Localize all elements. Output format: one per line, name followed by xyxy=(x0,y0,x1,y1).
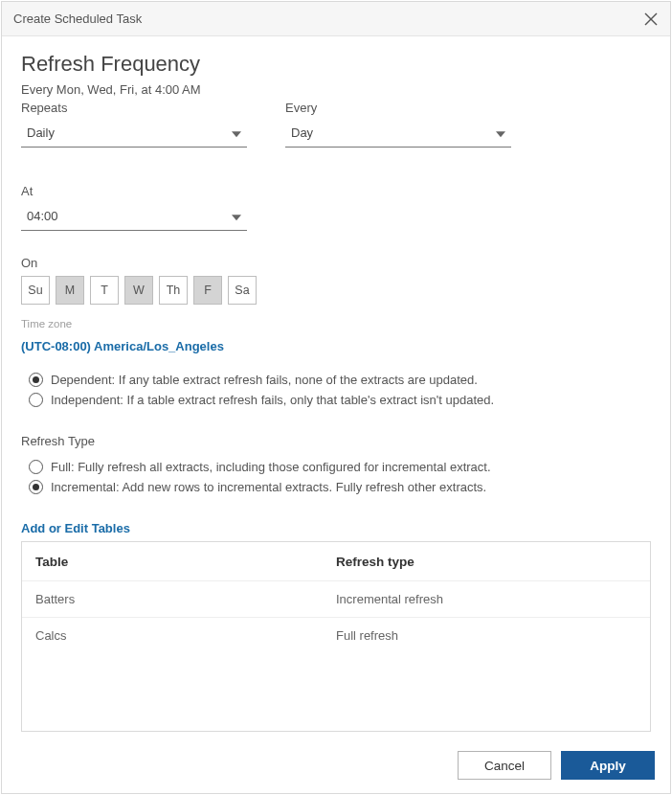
titlebar: Create Scheduled Task xyxy=(2,2,670,36)
refresh-type-radio-group: Full: Fully refresh all extracts, includ… xyxy=(29,454,651,500)
radio-icon xyxy=(29,460,43,474)
tables-grid: Table Refresh type Batters Incremental r… xyxy=(21,541,651,732)
day-sa[interactable]: Sa xyxy=(228,276,257,305)
every-value: Day xyxy=(291,125,313,140)
dependency-dependent-label: Dependent: If any table extract refresh … xyxy=(51,373,478,387)
at-label: At xyxy=(21,184,247,198)
timezone-label: Time zone xyxy=(21,318,651,329)
repeats-select[interactable]: Daily xyxy=(21,119,247,148)
cancel-button[interactable]: Cancel xyxy=(458,751,551,780)
repeats-field: Repeats Daily xyxy=(21,101,247,148)
cell-table-name: Batters xyxy=(35,592,336,606)
refresh-type-incremental-option[interactable]: Incremental: Add new rows to incremental… xyxy=(29,480,651,494)
add-or-edit-tables-link[interactable]: Add or Edit Tables xyxy=(21,521,651,535)
close-icon xyxy=(644,12,658,26)
every-select[interactable]: Day xyxy=(285,119,511,148)
cell-refresh-type: Full refresh xyxy=(336,628,637,643)
heading-refresh-frequency: Refresh Frequency xyxy=(21,52,651,77)
at-value: 04:00 xyxy=(27,209,58,223)
refresh-type-heading: Refresh Type xyxy=(21,434,651,448)
create-scheduled-task-dialog: Create Scheduled Task Refresh Frequency … xyxy=(1,1,671,794)
dialog-content: Refresh Frequency Every Mon, Wed, Fri, a… xyxy=(2,36,670,738)
tables-header-row: Table Refresh type xyxy=(22,542,650,580)
refresh-type-incremental-label: Incremental: Add new rows to incremental… xyxy=(51,480,486,494)
table-row[interactable]: Calcs Full refresh xyxy=(22,617,650,653)
day-f[interactable]: F xyxy=(193,276,222,305)
timezone-link[interactable]: (UTC-08:00) America/Los_Angeles xyxy=(21,339,651,353)
apply-button[interactable]: Apply xyxy=(561,751,655,780)
every-field: Every Day xyxy=(285,101,511,148)
day-picker: Su M T W Th F Sa xyxy=(21,276,651,305)
on-label: On xyxy=(21,256,651,270)
dependency-radio-group: Dependent: If any table extract refresh … xyxy=(29,367,651,413)
repeats-value: Daily xyxy=(27,125,55,140)
at-select[interactable]: 04:00 xyxy=(21,202,247,231)
day-m[interactable]: M xyxy=(56,276,84,305)
day-th[interactable]: Th xyxy=(159,276,188,305)
day-t[interactable]: T xyxy=(90,276,119,305)
at-field: At 04:00 xyxy=(21,184,247,231)
day-w[interactable]: W xyxy=(124,276,153,305)
col-header-refresh-type: Refresh type xyxy=(336,555,637,569)
dependency-independent-option[interactable]: Independent: If a table extract refresh … xyxy=(29,393,651,407)
radio-icon xyxy=(29,480,43,494)
every-label: Every xyxy=(285,101,511,115)
repeats-every-row: Repeats Daily Every Day xyxy=(21,101,651,165)
close-button[interactable] xyxy=(643,11,659,27)
dialog-title: Create Scheduled Task xyxy=(13,11,142,26)
repeats-label: Repeats xyxy=(21,101,247,115)
table-row[interactable]: Batters Incremental refresh xyxy=(22,580,650,617)
radio-icon xyxy=(29,373,43,387)
radio-icon xyxy=(29,393,43,407)
dependency-dependent-option[interactable]: Dependent: If any table extract refresh … xyxy=(29,373,651,387)
refresh-type-full-option[interactable]: Full: Fully refresh all extracts, includ… xyxy=(29,460,651,474)
cell-refresh-type: Incremental refresh xyxy=(336,592,637,606)
schedule-summary: Every Mon, Wed, Fri, at 4:00 AM xyxy=(21,82,651,97)
refresh-type-full-label: Full: Fully refresh all extracts, includ… xyxy=(51,460,491,474)
dependency-independent-label: Independent: If a table extract refresh … xyxy=(51,393,494,407)
day-su[interactable]: Su xyxy=(21,276,50,305)
col-header-table: Table xyxy=(35,555,336,569)
dialog-footer: Cancel Apply xyxy=(2,738,670,793)
cell-table-name: Calcs xyxy=(35,628,336,643)
